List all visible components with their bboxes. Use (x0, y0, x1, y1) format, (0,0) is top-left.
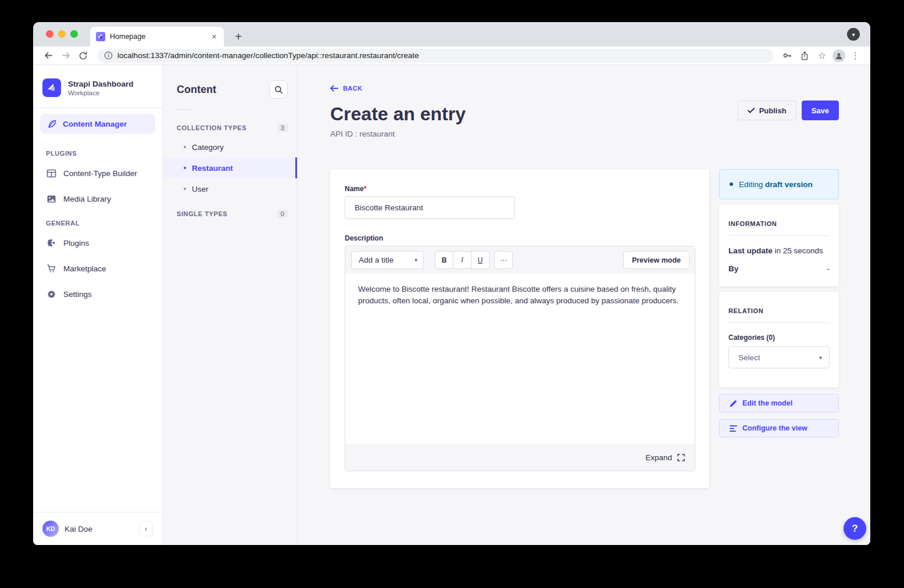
name-label-text: Name (345, 185, 364, 193)
sidebar-item-label: Content Manager (63, 120, 127, 128)
card-divider (728, 322, 830, 323)
password-key-icon[interactable] (780, 49, 794, 63)
information-title: INFORMATION (728, 216, 830, 227)
url-bar[interactable]: localhost:1337/admin/content-manager/col… (97, 49, 773, 63)
italic-button[interactable]: I (453, 251, 471, 269)
strapi-favicon-icon (96, 32, 105, 41)
new-tab-button[interactable]: + (231, 30, 246, 44)
configure-view-button[interactable]: Configure the view (719, 419, 839, 438)
search-button[interactable] (269, 80, 288, 99)
nav-item-label: Restaurant (192, 164, 233, 173)
back-nav-icon[interactable] (41, 49, 55, 63)
draft-status-banner: Editing draft version (719, 169, 839, 199)
sidebar-item-content-type-builder[interactable]: Content-Type Builder (33, 160, 162, 186)
bullet-icon (184, 167, 186, 169)
browser-tab-bar: Homepage ✕ + ▾ (33, 22, 870, 46)
publish-label: Publish (759, 106, 787, 115)
workspace-switcher[interactable]: Strapi Dashboard Workplace (33, 65, 162, 107)
relation-title: RELATION (728, 303, 830, 314)
sidebar-section-plugins: PLUGINS (33, 142, 162, 160)
bold-button[interactable]: B (435, 251, 453, 269)
information-card: INFORMATION Last update in 25 seconds By… (719, 205, 839, 286)
api-id-subtitle: API ID : restaurant (330, 130, 839, 138)
browser-menu-icon[interactable]: ⋮ (849, 51, 862, 61)
expand-label: Expand (645, 453, 672, 462)
format-button-group: B I U (435, 251, 489, 269)
main-sidebar: Strapi Dashboard Workplace Content Manag… (33, 65, 163, 545)
user-avatar[interactable]: KD (42, 521, 59, 537)
configure-view-label: Configure the view (742, 424, 807, 432)
strapi-logo-icon (42, 78, 61, 97)
sidebar-item-label: Plugins (63, 239, 89, 248)
strapi-app: Strapi Dashboard Workplace Content Manag… (33, 65, 870, 545)
site-info-icon[interactable] (104, 51, 113, 60)
browser-toolbar: localhost:1337/admin/content-manager/col… (33, 46, 870, 65)
categories-select[interactable]: Select ▾ (728, 346, 830, 368)
categories-label: Categories (0) (728, 334, 830, 342)
share-icon[interactable] (798, 49, 812, 63)
edit-model-button[interactable]: Edit the model (719, 394, 839, 413)
refresh-icon[interactable] (76, 49, 90, 63)
browser-window: Homepage ✕ + ▾ localhost:1337/admin/cont… (33, 22, 870, 545)
last-update-value: in 25 seconds (775, 246, 823, 255)
bookmark-star-icon[interactable]: ☆ (815, 49, 829, 63)
save-button[interactable]: Save (802, 101, 839, 120)
browser-tab-homepage[interactable]: Homepage ✕ (90, 27, 224, 46)
sidebar-item-content-manager[interactable]: Content Manager (40, 114, 155, 134)
back-link[interactable]: BACK (330, 85, 362, 92)
pencil-icon (730, 400, 737, 407)
configure-lines-icon (730, 425, 737, 432)
feather-pen-icon (47, 119, 57, 129)
title-style-select[interactable]: Add a title ▾ (351, 251, 424, 269)
nav-item-restaurant[interactable]: Restaurant (163, 157, 297, 178)
sidebar-item-marketplace[interactable]: Marketplace (33, 256, 162, 281)
main-content: BACK Create an entry API ID : restaurant… (298, 65, 870, 545)
browser-chevron-button[interactable]: ▾ (847, 28, 860, 41)
browser-profile-avatar[interactable] (832, 49, 845, 62)
window-controls (46, 30, 78, 38)
publish-button[interactable]: Publish (738, 101, 796, 120)
nav-item-label: User (192, 185, 209, 193)
tab-close-icon[interactable]: ✕ (210, 32, 218, 42)
collapse-sidebar-button[interactable]: ‹ (139, 521, 153, 536)
forward-nav-icon[interactable] (59, 49, 73, 63)
nav-item-category[interactable]: Category (163, 137, 297, 157)
zoom-window-button[interactable] (70, 30, 78, 38)
close-window-button[interactable] (46, 30, 53, 38)
subnav-divider (177, 109, 191, 110)
underline-button[interactable]: U (471, 251, 489, 269)
nav-item-user[interactable]: User (163, 178, 297, 199)
content-subnav: Content COLLECTION TYPES 3 Category Rest… (163, 65, 298, 545)
collection-types-label: COLLECTION TYPES (177, 124, 246, 131)
last-update-label: Last update (728, 246, 773, 255)
expand-icon[interactable] (677, 454, 685, 461)
back-label: BACK (343, 85, 362, 92)
name-input[interactable] (345, 196, 515, 219)
user-name: Kai Doe (65, 525, 133, 533)
relation-card: RELATION Categories (0) Select ▾ (719, 292, 839, 388)
categories-select-value: Select (738, 353, 760, 362)
nav-item-label: Category (192, 143, 224, 152)
required-asterisk: * (364, 185, 367, 193)
layout-builder-icon (46, 168, 56, 178)
puzzle-icon (46, 238, 56, 248)
single-types-count-badge: 0 (277, 210, 288, 218)
sidebar-item-media-library[interactable]: Media Library (33, 186, 162, 211)
sidebar-item-label: Settings (63, 290, 92, 299)
more-formats-button[interactable]: ⋯ (494, 251, 513, 269)
cart-icon (46, 264, 56, 274)
preview-mode-button[interactable]: Preview mode (623, 251, 689, 269)
sidebar-item-settings[interactable]: Settings (33, 281, 162, 307)
draft-status-text: Editing draft version (739, 180, 813, 189)
chevron-down-icon: ▾ (819, 354, 822, 361)
sidebar-item-plugins[interactable]: Plugins (33, 230, 162, 256)
workspace-name: Workplace (68, 89, 134, 96)
save-label: Save (812, 106, 829, 115)
single-types-label: SINGLE TYPES (177, 210, 227, 217)
card-divider (728, 235, 830, 236)
minimize-window-button[interactable] (58, 30, 66, 38)
subnav-title: Content (177, 84, 216, 96)
help-button[interactable]: ? (844, 517, 866, 540)
description-textarea[interactable]: Welcome to Biscotte restaurant! Restaura… (345, 274, 695, 444)
entry-aside: Editing draft version INFORMATION Last u… (719, 169, 839, 488)
